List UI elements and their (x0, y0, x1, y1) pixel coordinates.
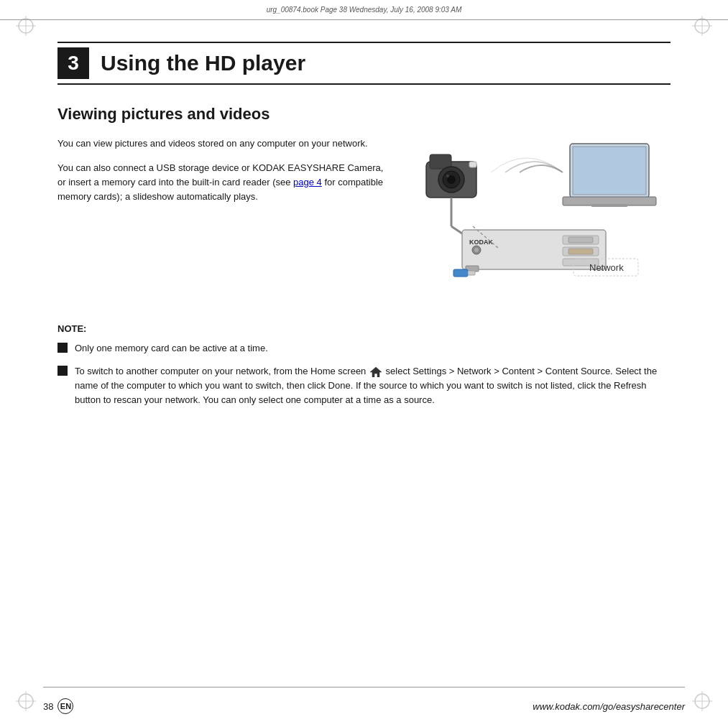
note-item-1-text: Only one memory card can be active at a … (75, 341, 268, 356)
bottom-divider (43, 687, 685, 687)
svg-rect-35 (453, 269, 468, 277)
chapter-number: 3 (57, 47, 89, 79)
page-header: urg_00874.book Page 38 Wednesday, July 1… (0, 0, 728, 20)
paragraph-1: You can view pictures and videos stored … (57, 136, 390, 151)
section-heading: Viewing pictures and videos (57, 105, 671, 124)
note-item-1: Only one memory card can be active at a … (57, 341, 671, 356)
note-item-2: To switch to another computer on your ne… (57, 364, 671, 407)
home-icon (370, 367, 382, 377)
note-item-2-text: To switch to another computer on your ne… (75, 364, 671, 407)
header-text: urg_00874.book Page 38 Wednesday, July 1… (267, 6, 462, 14)
website-url: www.kodak.com/go/easysharecenter (533, 701, 685, 712)
bullet-icon (57, 343, 68, 353)
device-illustration: KODAK (405, 136, 671, 302)
svg-rect-30 (568, 237, 593, 243)
note-label: NOTE: (57, 323, 671, 334)
svg-point-21 (446, 175, 449, 177)
svg-text:Network: Network (589, 262, 624, 273)
note-list: Only one memory card can be active at a … (57, 341, 671, 408)
content-text: You can view pictures and videos stored … (57, 136, 390, 215)
svg-rect-13 (573, 147, 646, 195)
reg-mark-bottom-right (692, 691, 712, 711)
svg-marker-40 (370, 367, 382, 377)
en-badge: EN (57, 698, 73, 714)
svg-rect-36 (468, 271, 475, 275)
svg-rect-31 (568, 249, 593, 254)
svg-rect-22 (469, 162, 476, 167)
footer-left: 38 EN (43, 698, 78, 714)
page-number: 38 (43, 701, 53, 712)
content-block: You can view pictures and videos stored … (57, 136, 671, 302)
svg-text:KODAK: KODAK (469, 239, 493, 246)
svg-rect-15 (591, 204, 627, 207)
page-4-link[interactable]: page 4 (293, 177, 322, 187)
main-content: 3 Using the HD player Viewing pictures a… (43, 20, 685, 684)
chapter-title: Using the HD player (101, 51, 305, 75)
page-footer: 38 EN www.kodak.com/go/easysharecenter (43, 698, 685, 714)
note-section: NOTE: Only one memory card can be active… (57, 323, 671, 408)
reg-mark-bottom-left (16, 691, 36, 711)
paragraph-2: You can also connect a USB storage devic… (57, 161, 390, 204)
chapter-heading: 3 Using the HD player (57, 42, 671, 85)
svg-point-33 (474, 248, 479, 252)
bullet-icon-2 (57, 366, 68, 376)
